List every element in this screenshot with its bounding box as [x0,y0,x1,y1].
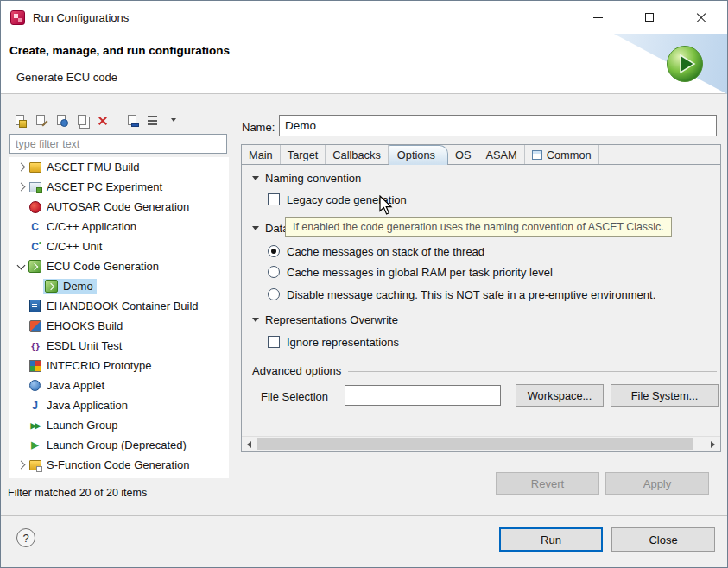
tree-item[interactable]: ASCET PC Experiment [9,177,229,197]
tree-selection[interactable]: Demo [43,279,97,294]
page-glyph [16,115,24,125]
tree-item[interactable]: S-Function Code Generation [9,455,229,475]
section-collapse-icon[interactable] [252,226,259,230]
tab-label: Callbacks [332,148,380,161]
filter-input[interactable] [9,134,227,154]
radio-label: Cache messages on stack of the thread [287,245,484,258]
close-dialog-button[interactable]: Close [611,527,715,552]
file-system-button[interactable]: File System... [611,384,719,407]
options-tab-content: Naming convention Legacy code generation… [242,165,720,451]
banner-gradient [589,34,727,94]
scroll-left-arrow-icon[interactable] [242,437,256,451]
minimize-button[interactable] [572,1,624,34]
filter-icon[interactable] [144,112,161,129]
tree-item-label: AUTOSAR Code Generation [47,200,189,213]
tab-asam[interactable]: ASAM [478,145,524,164]
tree-item[interactable]: Launch Group [9,415,229,435]
export-configurations-icon[interactable] [53,112,69,129]
horizontal-scrollbar[interactable] [242,436,720,451]
tree-indent-spacer [15,439,28,451]
tree-item[interactable]: EHOOKS Build [9,316,229,336]
tab-label: ASAM [485,148,516,161]
disable-caching-row: Disable message caching. This is NOT saf… [268,287,655,302]
file-selection-input[interactable] [345,385,501,406]
tree-item-label: ASCET FMU Build [47,161,139,174]
page-glyph [57,115,66,125]
triangle-glyph [171,118,176,122]
footer-separator [1,515,727,516]
close-button[interactable] [675,1,727,34]
window-controls [572,1,727,34]
launch-group-icon [28,419,42,432]
tree-item-demo-selected[interactable]: Demo [9,276,229,296]
scrollbar-track[interactable] [256,437,706,451]
cache-stack-row: Cache messages on stack of the thread [268,243,484,259]
tab-callbacks[interactable]: Callbacks [326,145,388,164]
revert-button[interactable]: Revert [496,472,599,495]
tree-item-label: Java Application [47,399,128,412]
tree-item[interactable]: ECU Code Generation [9,256,229,276]
tree-item[interactable]: EHANDBOOK Container Build [9,296,229,316]
section-collapse-icon[interactable] [252,318,259,322]
tab-target[interactable]: Target [281,145,326,164]
tree-item[interactable]: C/C++ Application [9,217,229,237]
disable-caching-radio[interactable] [268,288,280,300]
workspace-button[interactable]: Workspace... [516,384,604,407]
help-button[interactable]: ? [16,528,35,547]
chevron-right-icon[interactable] [15,180,28,193]
mouse-cursor [379,195,394,219]
tab-main[interactable]: Main [242,145,281,164]
chevron-right-icon[interactable] [15,458,28,471]
new-prototype-icon[interactable] [32,112,48,129]
tree-item[interactable]: ASCET FMU Build [9,157,229,177]
configurations-tree[interactable]: ASCET FMU Build ASCET PC Experiment AUTO… [9,157,229,478]
page-glyph [78,115,86,125]
tooltip: If enabled the code generation uses the … [285,217,672,237]
chevron-right-icon[interactable] [15,161,28,174]
tree-item[interactable]: Java Application [9,395,229,415]
run-button[interactable]: Run [499,527,603,552]
delete-icon[interactable] [94,112,111,129]
tree-item[interactable]: Java Applet [9,376,229,395]
scroll-right-arrow-icon[interactable] [706,437,720,451]
cache-global-ram-radio[interactable] [268,266,280,278]
tree-item-label: C/C++ Unit [47,240,102,253]
tree-item-label: ASCET PC Experiment [47,180,162,193]
titlebar[interactable]: Run Configurations [1,1,727,34]
file-selection-label: File Selection [261,390,328,403]
tree-item[interactable]: AUTOSAR Code Generation [9,197,229,217]
tree-indent-spacer [15,379,28,392]
tab-options[interactable]: Options [389,145,448,164]
section-collapse-icon[interactable] [252,176,259,180]
chevron-down-icon[interactable] [15,260,28,273]
toolbar-separator [117,113,117,127]
tab-common[interactable]: Common [525,145,599,164]
section-representations-overwrite[interactable]: Representations Overwrite [252,313,398,326]
tree-item-label: Demo [63,280,93,293]
cache-stack-radio[interactable] [268,245,280,257]
collapse-all-icon[interactable] [123,112,140,129]
banner: Create, manage, and run configurations G… [1,34,727,94]
section-data[interactable]: Data [252,222,288,235]
c-cpp-application-icon [28,220,42,234]
section-naming-convention[interactable]: Naming convention [252,172,361,185]
tree-indent-spacer [15,200,28,213]
new-configuration-icon[interactable] [11,112,28,129]
tree-item[interactable]: INTECRIO Prototype [9,356,229,376]
section-title: Naming convention [265,172,361,185]
apply-button[interactable]: Apply [605,472,709,495]
tree-item[interactable]: Launch Group (Deprecated) [9,435,229,455]
dropdown-arrow-icon[interactable] [165,112,181,129]
ignore-representations-checkbox[interactable] [268,336,280,348]
tree-item-label: Launch Group [47,419,117,432]
tree-item-label: Java Applet [47,379,104,392]
name-input[interactable] [279,115,717,136]
maximize-button[interactable] [624,1,675,34]
duplicate-icon[interactable] [73,112,90,129]
scrollbar-thumb[interactable] [257,438,693,450]
cache-global-ram-row: Cache messages in global RAM per task pr… [268,264,553,280]
tab-os[interactable]: OS [448,145,479,164]
legacy-code-generation-checkbox[interactable] [268,193,280,205]
tree-item[interactable]: C/C++ Unit [9,237,229,256]
tree-item[interactable]: ESDL Unit Test [9,336,229,356]
